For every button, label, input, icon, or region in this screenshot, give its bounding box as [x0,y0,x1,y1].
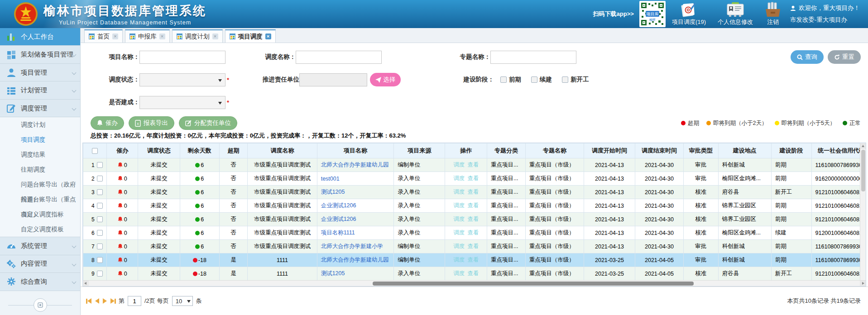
view-link[interactable]: 查看 [467,216,479,222]
sidebar-item-reserve-project-mgmt[interactable]: 策划储备项目管理 [0,46,80,63]
sidebar-item-personal-workbench[interactable]: 个人工作台 [0,28,80,46]
checkbox-icon[interactable] [562,76,568,83]
tab-close-icon[interactable] [265,33,271,39]
row-checkbox[interactable] [97,162,103,168]
project-name-link[interactable]: 项目名称1111 [321,229,355,236]
sidebar-item-comprehensive-query[interactable]: 综合查询 [0,273,80,291]
table-row[interactable]: 8 0 未提交 -18 是 1111 北师大合作办学新建幼儿园 编制单位 [83,253,867,267]
table-row[interactable]: 4 0 未提交 6 否 市级重点项目调度测试 企业测试1206 录入单位 [83,199,867,213]
prev-page-button[interactable] [95,298,99,304]
sidebar-item-system-mgmt[interactable]: 系统管理 [0,237,80,255]
view-link[interactable]: 查看 [467,243,479,249]
submenu-item[interactable]: 自定义调度模板 [0,222,80,237]
stage-option-early[interactable]: 前期 [500,76,521,84]
submenu-item[interactable]: 问题台账导出（重点项目） [0,192,80,207]
scroll-up-arrow[interactable] [860,143,866,149]
submenu-item[interactable]: 往期调度 [0,162,80,177]
next-page-button[interactable] [103,298,107,304]
project-name-link[interactable]: 测试1205 [321,270,345,277]
project-name-link[interactable]: test001 [321,176,340,182]
table-row[interactable]: 9 0 未提交 -18 是 1111 测试1205 录入单位 调度查 [83,267,867,281]
project-name-link[interactable]: 企业测试1206 [321,216,356,222]
checkbox-icon[interactable] [500,76,507,83]
scroll-left-arrow[interactable] [83,281,89,286]
row-checkbox[interactable] [97,243,103,249]
tab[interactable]: 申报库 [125,29,170,43]
project-name-link[interactable]: 企业测试1206 [321,202,356,209]
stage-option-new-start[interactable]: 新开工 [562,76,589,84]
horizontal-scrollbar[interactable] [83,280,866,286]
tab[interactable]: 首页 [84,29,123,43]
dispatch-name-input[interactable] [296,51,382,64]
sidebar-item-plan-mgmt[interactable]: 计划管理 [0,81,80,99]
tab[interactable]: 项目调度 [225,29,276,43]
table-row[interactable]: 5 0 未提交 6 否 市级重点项目调度测试 企业测试1206 录入单位 [83,213,867,226]
select-all-checkbox[interactable] [92,148,98,154]
row-checkbox[interactable] [97,189,103,195]
tab-close-icon[interactable] [212,33,218,39]
nav-profile-edit[interactable]: 个人信息修改 [718,2,753,26]
first-page-button[interactable] [86,298,91,304]
table-row[interactable]: 2 0 未提交 6 否 市级重点项目调度测试 test001 录入单位 [83,172,867,186]
vertical-scrollbar[interactable] [860,143,866,280]
report-export-button[interactable]: x 报表导出 [129,116,174,130]
submenu-item[interactable]: 项目调度 [0,132,80,147]
sidebar-item-project-mgmt[interactable]: 项目管理 [0,64,80,81]
project-name-link[interactable]: 测试1205 [321,189,345,195]
tab-close-icon[interactable] [159,33,165,39]
project-name-input[interactable] [139,51,225,64]
checkbox-icon[interactable] [531,76,537,83]
horizontal-scroll-thumb[interactable] [373,282,694,286]
urge-button[interactable]: 催办 [91,116,124,130]
view-link[interactable]: 查看 [467,175,479,181]
table-row[interactable]: 3 0 未提交 6 否 市级重点项目调度测试 测试1205 录入单位 [83,186,867,199]
project-name-link[interactable]: 北师大合作办学新建幼儿园 [321,257,389,263]
view-link[interactable]: 查看 [467,257,479,263]
view-link[interactable]: 查看 [467,189,479,195]
per-page-select[interactable]: 10 [172,296,193,306]
tab-close-icon[interactable] [112,33,118,39]
tab[interactable]: 调度计划 [172,29,223,43]
dispatch-link[interactable]: 调度 [453,202,465,209]
scroll-right-arrow[interactable] [860,281,866,286]
query-button[interactable]: 查询 [791,50,824,64]
table-row[interactable]: 1 0 未提交 6 否 市级重点项目调度测试 北师大合作办学新建幼儿园 编制单位 [83,158,867,172]
view-link[interactable]: 查看 [467,162,479,168]
submenu-item[interactable]: 问题台账导出（政府投资） [0,177,80,192]
reset-button[interactable]: 重置 [828,50,861,64]
project-name-link[interactable]: 北师大合作办学新建小学 [321,243,384,249]
submenu-item[interactable]: 调度结果 [0,147,80,162]
dispatch-link[interactable]: 调度 [453,243,465,249]
row-checkbox[interactable] [97,230,103,236]
view-link[interactable]: 查看 [467,229,479,236]
dispatch-link[interactable]: 调度 [453,162,465,168]
sidebar-item-dispatch-mgmt[interactable]: 调度管理 [0,100,80,117]
last-page-button[interactable] [110,298,116,304]
assign-unit-button[interactable]: 分配责任单位 [179,116,237,130]
dispatch-link[interactable]: 调度 [453,270,465,277]
project-name-link[interactable]: 北师大合作办学新建幼儿园 [321,162,389,168]
row-checkbox[interactable] [97,176,103,181]
view-link[interactable]: 查看 [467,202,479,209]
dispatch-link[interactable]: 调度 [453,257,465,263]
topic-name-input[interactable] [490,51,576,64]
vertical-scroll-thumb[interactable] [861,150,865,191]
page-number-input[interactable] [128,296,141,306]
dispatch-link[interactable]: 调度 [453,229,465,236]
stage-option-continue[interactable]: 续建 [531,76,552,84]
nav-logout[interactable]: 注销 [765,2,781,26]
nav-project-dispatch[interactable]: 项目调度(19) [672,2,706,26]
dispatch-link[interactable]: 调度 [453,175,465,181]
dispatch-link[interactable]: 调度 [453,216,465,222]
built-select[interactable] [139,96,225,109]
dispatch-link[interactable]: 调度 [453,189,465,195]
view-link[interactable]: 查看 [467,270,479,277]
unit-input[interactable] [299,73,367,86]
sidebar-item-content-mgmt[interactable]: 内容管理 [0,255,80,273]
row-checkbox[interactable] [97,257,103,263]
dispatch-status-select[interactable] [139,73,225,86]
row-checkbox[interactable] [97,216,103,222]
row-checkbox[interactable] [97,271,103,277]
row-checkbox[interactable] [97,203,103,209]
table-row[interactable]: 6 0 未提交 6 否 市级重点项目调度测试 项目名称1111 录入单位 [83,226,867,240]
